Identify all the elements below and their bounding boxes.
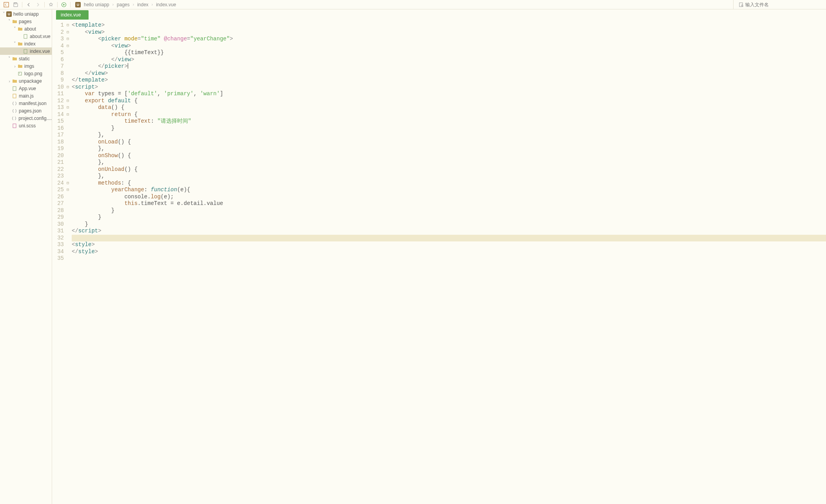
code-content[interactable]: <template> <view> <picker mode="time" @c… [70, 20, 826, 504]
breadcrumb-item[interactable]: index.vue [156, 2, 176, 7]
twisty-icon[interactable]: ˅ [7, 19, 12, 24]
tree-item-pages-json[interactable]: pages.json [0, 107, 52, 114]
tree-label: about [24, 26, 36, 32]
code-editor[interactable]: 1234567891011121314151617181920212223242… [52, 20, 826, 504]
fold-marker [65, 63, 70, 70]
code-line[interactable]: {{timeText}} [72, 49, 826, 56]
code-line[interactable]: console.log(e); [72, 194, 826, 201]
code-line[interactable]: var types = ['default', 'primary', 'warn… [72, 91, 826, 98]
svg-rect-5 [24, 34, 27, 38]
code-line[interactable]: </script> [72, 228, 826, 235]
fold-marker [65, 49, 70, 56]
tree-item-pages[interactable]: ˅pages [0, 18, 52, 25]
code-line[interactable]: data() { [72, 104, 826, 111]
run-icon[interactable] [60, 1, 68, 9]
tree-item-unpackage[interactable]: ›unpackage [0, 77, 52, 85]
tree-label: manifest.json [19, 101, 47, 106]
fold-marker[interactable]: ⊟ [65, 36, 70, 43]
code-line[interactable]: }, [72, 173, 826, 180]
code-line[interactable]: onUnload() { [72, 166, 826, 173]
code-line[interactable]: </picker> [72, 63, 826, 70]
tree-item-uni-scss[interactable]: uni.scss [0, 122, 52, 129]
fold-marker[interactable]: ⊟ [65, 104, 70, 111]
code-line[interactable]: yearChange: function(e){ [72, 187, 826, 194]
twisty-icon[interactable]: › [13, 64, 17, 69]
tree-item-project-config-[interactable]: project.config.... [0, 114, 52, 122]
tree-item-logo-png[interactable]: logo.png [0, 70, 52, 77]
tree-label: uni.scss [19, 123, 36, 129]
fold-marker[interactable]: ⊟ [65, 180, 70, 187]
code-line[interactable] [72, 235, 826, 242]
fold-marker[interactable]: ⊟ [65, 98, 70, 105]
code-line[interactable]: </view> [72, 70, 826, 77]
fold-marker[interactable]: ⊟ [65, 22, 70, 29]
code-line[interactable]: return { [72, 111, 826, 118]
search-icon[interactable] [737, 1, 745, 9]
save-icon[interactable] [12, 1, 20, 9]
fold-marker[interactable]: ⊟ [65, 84, 70, 91]
vue-file-icon [23, 49, 28, 54]
tree-item-index-vue[interactable]: index.vue [0, 47, 52, 55]
code-line[interactable]: }, [72, 145, 826, 152]
json-file-icon [12, 101, 17, 106]
tree-item-static[interactable]: ˅static [0, 55, 52, 62]
code-line[interactable] [72, 255, 826, 262]
tab-bar: index.vue [52, 9, 826, 20]
breadcrumb-item[interactable]: hello uniapp [84, 2, 109, 7]
twisty-icon[interactable]: ˅ [7, 56, 12, 61]
code-line[interactable]: <script> [72, 84, 826, 91]
code-line[interactable]: methods: { [72, 180, 826, 187]
fold-gutter: ⊟⊟⊟⊟⊟⊟⊟⊟⊟⊟ [65, 20, 70, 504]
fold-marker[interactable]: ⊟ [65, 187, 70, 194]
tree-label: pages [19, 19, 32, 24]
code-line[interactable]: export default { [72, 98, 826, 105]
code-line[interactable]: } [72, 214, 826, 221]
breadcrumb-item[interactable]: pages [117, 2, 130, 7]
forward-icon[interactable] [34, 1, 42, 9]
code-line[interactable]: <picker mode="time" @change="yearChange"… [72, 36, 826, 43]
code-line[interactable]: <view> [72, 43, 826, 50]
fold-marker[interactable]: ⊟ [65, 43, 70, 50]
search-input[interactable] [745, 2, 824, 7]
fold-marker[interactable]: ⊟ [65, 29, 70, 36]
code-line[interactable]: <view> [72, 29, 826, 36]
chevron-right-icon: › [112, 2, 114, 7]
fold-marker[interactable]: ⊟ [65, 111, 70, 118]
code-line[interactable]: <style> [72, 241, 826, 248]
twisty-icon[interactable]: ˅ [13, 41, 17, 46]
tree-item-manifest-json[interactable]: manifest.json [0, 100, 52, 107]
tree-item-about-vue[interactable]: about.vue [0, 33, 52, 40]
code-line[interactable]: onShow() { [72, 152, 826, 160]
twisty-icon[interactable]: ˅ [2, 11, 6, 16]
app-icon[interactable] [2, 1, 10, 9]
tree-item-hello-uniapp[interactable]: ˅Uhello uniapp [0, 10, 52, 18]
code-line[interactable]: } [72, 125, 826, 132]
code-line[interactable]: timeText: "请选择时间" [72, 118, 826, 125]
tree-label: pages.json [19, 108, 42, 114]
breadcrumb-item[interactable]: index [137, 2, 149, 7]
code-line[interactable]: <template> [72, 22, 826, 29]
top-toolbar: U hello uniapp › pages › index › index.v… [0, 0, 826, 9]
code-line[interactable]: </view> [72, 56, 826, 63]
code-line[interactable]: </style> [72, 248, 826, 256]
code-line[interactable]: this.timeText = e.detail.value [72, 200, 826, 207]
tree-item-imgs[interactable]: ›imgs [0, 62, 52, 70]
tab-index-vue[interactable]: index.vue [56, 10, 89, 20]
code-line[interactable]: </template> [72, 77, 826, 84]
twisty-icon[interactable]: › [7, 79, 12, 83]
code-line[interactable]: }, [72, 159, 826, 166]
twisty-icon[interactable]: ˅ [13, 26, 17, 31]
code-line[interactable]: onLoad() { [72, 139, 826, 146]
fold-marker [65, 241, 70, 248]
code-line[interactable]: }, [72, 132, 826, 139]
tree-item-main-js[interactable]: main.js [0, 92, 52, 100]
svg-rect-6 [24, 49, 27, 53]
code-line[interactable]: } [72, 221, 826, 228]
star-icon[interactable] [47, 1, 55, 9]
code-line[interactable]: } [72, 207, 826, 214]
tree-item-about[interactable]: ˅about [0, 25, 52, 33]
tree-item-App-vue[interactable]: App.vue [0, 85, 52, 92]
tree-item-index[interactable]: ˅index [0, 40, 52, 47]
fold-marker [65, 200, 70, 207]
back-icon[interactable] [25, 1, 33, 9]
